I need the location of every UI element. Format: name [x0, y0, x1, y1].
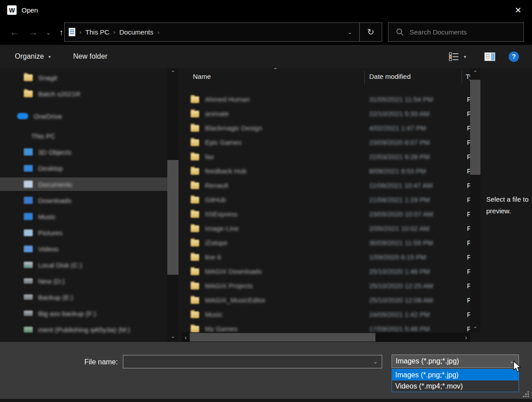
scroll-up-icon[interactable]: ⌃ — [167, 69, 179, 76]
file-row[interactable]: GitHub21/06/2021 1:29 PMF — [182, 193, 472, 207]
file-name-combo: ⌄ — [123, 355, 382, 368]
breadcrumb[interactable]: › This PC › Documents › ⌄ ↻ — [64, 22, 382, 42]
sidebar-scrollbar[interactable]: ⌃ ⌄ — [167, 68, 179, 342]
sidebar-item-pictures[interactable]: Pictures — [0, 226, 167, 239]
breadcrumb-this-pc[interactable]: This PC — [85, 28, 109, 36]
sidebar-item-new-d-[interactable]: New (D:) — [0, 274, 167, 288]
file-row[interactable]: My Games17/09/2021 5:48 PMF — [182, 322, 472, 333]
preview-pane-icon[interactable] — [484, 45, 495, 68]
date-modified-cell: 25/10/2020 12:25 AM — [369, 282, 433, 290]
column-divider[interactable] — [364, 70, 365, 85]
details-view-icon[interactable] — [449, 45, 459, 68]
documents-icon — [24, 181, 33, 188]
close-icon[interactable]: ✕ — [510, 4, 526, 17]
breadcrumb-separator-icon: › — [79, 29, 81, 35]
sidebar-item-backup-e-[interactable]: Backup (E:) — [0, 290, 167, 304]
file-row[interactable]: MAGIX Downloads25/10/2020 1:46 PMF — [182, 264, 472, 279]
sidebar-item-ment-publishing-q4t5y3a-m-[interactable]: ment (Publishing q4t5y3a) (M:) — [0, 323, 167, 336]
file-name-cell: MAGIX Projects — [205, 282, 253, 290]
sidebar-item-label: Music — [38, 213, 56, 220]
scroll-right-icon[interactable]: › — [462, 333, 470, 342]
file-row[interactable]: Blackmagic Design4/02/2021 1:47 PMF — [182, 121, 472, 135]
file-type-option[interactable]: Images (*.png;*.jpg) — [392, 369, 519, 380]
file-row[interactable]: animate22/10/2021 5:33 AMF — [182, 107, 472, 121]
file-row[interactable]: IISExpress23/05/2020 10:07 AMF — [182, 207, 472, 221]
address-bar: ← → ⌄ ↑ › This PC › Documents › ⌄ ↻ — [0, 20, 532, 45]
address-dropdown-chevron-icon[interactable]: ⌄ — [340, 29, 359, 35]
sidebar-item-music[interactable]: Music — [0, 210, 167, 223]
file-type-option[interactable]: Videos (*.mp4;*.mov) — [392, 380, 519, 392]
scrollbar-thumb[interactable] — [470, 80, 480, 175]
column-header-date-modified[interactable]: Date modified — [369, 73, 411, 80]
breadcrumb-separator-icon: › — [157, 29, 159, 35]
forward-icon[interactable]: → — [25, 20, 41, 45]
file-row[interactable]: Ahmed Human31/05/2021 11:54 PMF — [182, 92, 472, 107]
file-row[interactable]: iZotope30/09/2021 11:59 PMF — [182, 236, 472, 250]
sidebar-item-3d-objects[interactable]: 3D Objects — [0, 145, 167, 159]
file-row[interactable]: MAGIX Projects25/10/2020 12:25 AMF — [182, 279, 472, 293]
sidebar-item-batch-s2021r[interactable]: Batch s2021R — [0, 87, 167, 100]
sidebar-item-documents[interactable]: Documents — [0, 177, 167, 191]
file-type-select[interactable]: Images (*.png;*.jpg) ⌄ — [392, 354, 519, 368]
scroll-down-icon[interactable]: ⌄ — [167, 333, 179, 339]
file-row[interactable]: Music24/05/2021 1:42 PMF — [182, 307, 472, 322]
sidebar-item-label: Pictures — [38, 229, 62, 237]
new-folder-button[interactable]: New folder — [73, 45, 107, 68]
file-name-cell: GitHub — [205, 196, 226, 203]
sidebar-item-label: This PC — [31, 132, 55, 140]
file-row[interactable]: line 61/09/2020 6:15 PMF — [182, 250, 472, 264]
views-menu-arrow-icon[interactable]: ▾ — [464, 45, 466, 68]
title-bar: W Open ✕ — [0, 0, 532, 20]
organize-button[interactable]: Organize ▾ — [15, 45, 51, 68]
column-header-name[interactable]: Name — [193, 73, 211, 80]
file-row[interactable]: feedback Hub8/09/2021 9:53 PMF — [182, 164, 472, 178]
sidebar-item-big-ass-backup-f-[interactable]: Big ass backup (F:) — [0, 307, 167, 320]
sidebar-item-snagit[interactable]: Snagit — [0, 71, 167, 84]
scroll-up-icon[interactable]: ⌃ — [470, 69, 480, 76]
folder-icon — [191, 326, 199, 333]
open-dialog: W Open ✕ ← → ⌄ ↑ › This PC › Documents ›… — [0, 0, 532, 402]
folder-icon — [191, 197, 199, 203]
scrollbar-thumb[interactable] — [190, 333, 375, 341]
column-divider[interactable] — [462, 70, 462, 85]
file-row[interactable]: Image-Line2/05/2021 10:02 AMF — [182, 221, 472, 236]
recent-locations-chevron-icon[interactable]: ⌄ — [42, 20, 55, 45]
folder-icon — [191, 111, 199, 117]
folder-icon — [191, 168, 199, 175]
file-name-cell: fax — [205, 153, 214, 160]
horizontal-scrollbar[interactable]: ‹ › — [182, 333, 470, 342]
resize-grip-icon[interactable] — [523, 391, 530, 398]
back-icon[interactable]: ← — [6, 20, 22, 45]
date-modified-cell: 21/06/2021 1:29 PM — [369, 196, 430, 203]
sidebar-item-label: Snagit — [38, 74, 57, 82]
scroll-left-icon[interactable]: ‹ — [182, 333, 190, 342]
file-row[interactable]: Renault11/06/2021 10:47 AMF — [182, 178, 472, 193]
file-row[interactable]: MAGIX_MusicEditor25/10/2020 12:08 AMF — [182, 293, 472, 307]
scrollbar-thumb[interactable] — [167, 160, 179, 275]
file-row[interactable]: Epic Games23/09/2020 8:07 PMF — [182, 135, 472, 150]
sidebar-item-label: New (D:) — [38, 277, 65, 285]
help-icon[interactable]: ? — [509, 45, 519, 68]
file-name-cell: Image-Line — [205, 225, 239, 232]
file-name-dropdown-chevron-icon[interactable]: ⌄ — [373, 359, 378, 365]
scroll-down-icon[interactable]: ⌄ — [470, 323, 480, 329]
folder-icon — [191, 240, 199, 246]
search-input[interactable] — [410, 28, 521, 36]
file-name-cell: Music — [205, 311, 222, 318]
sidebar-item-downloads[interactable]: Downloads — [0, 194, 167, 207]
file-name-input[interactable] — [123, 355, 373, 368]
folder-icon — [191, 283, 199, 290]
sidebar-item-desktop[interactable]: Desktop — [0, 161, 167, 175]
folder-icon — [191, 311, 199, 318]
sidebar-item-this-pc[interactable]: This PC — [0, 129, 167, 143]
search-box[interactable] — [388, 22, 524, 42]
breadcrumb-documents[interactable]: Documents — [119, 28, 153, 36]
folder-icon — [191, 297, 199, 304]
refresh-icon[interactable]: ↻ — [360, 27, 382, 37]
sidebar-item-videos[interactable]: Videos — [0, 242, 167, 255]
sidebar-item-local-disk-c-[interactable]: Local Disk (C:) — [0, 258, 167, 272]
file-list-scrollbar[interactable]: ⌃ ⌄ — [470, 68, 480, 333]
file-row[interactable]: fax22/03/2021 6:28 PMF — [182, 150, 472, 164]
sidebar-item-onedrive[interactable]: OneDrive — [0, 109, 167, 123]
sidebar-item-label: ment (Publishing q4t5y3a) (M:) — [38, 326, 130, 333]
